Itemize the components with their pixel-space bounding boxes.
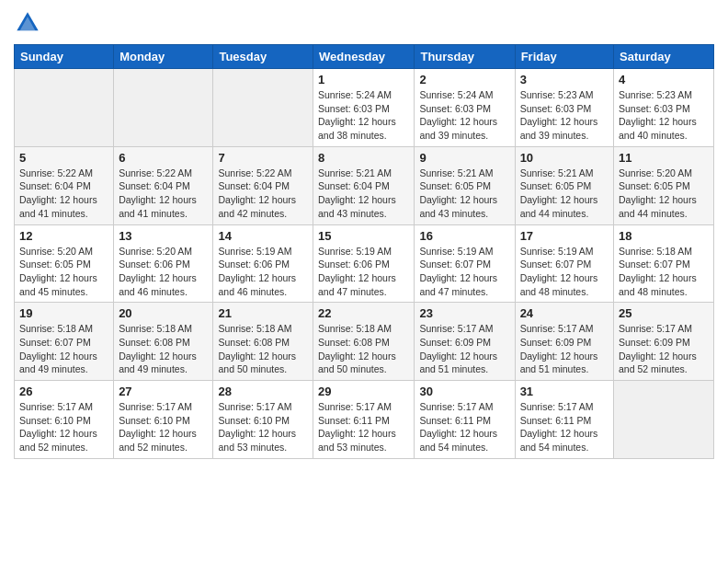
day-info: Sunrise: 5:20 AM Sunset: 6:05 PM Dayligh… bbox=[19, 245, 108, 299]
day-info: Sunrise: 5:24 AM Sunset: 6:03 PM Dayligh… bbox=[318, 88, 409, 143]
calendar-cell: 14Sunrise: 5:19 AM Sunset: 6:06 PM Dayli… bbox=[213, 224, 313, 303]
day-number: 26 bbox=[19, 385, 108, 398]
day-number: 18 bbox=[619, 229, 709, 243]
day-number: 21 bbox=[218, 306, 308, 320]
calendar-cell: 10Sunrise: 5:21 AM Sunset: 6:05 PM Dayli… bbox=[515, 146, 613, 224]
day-info: Sunrise: 5:17 AM Sunset: 6:09 PM Dayligh… bbox=[419, 322, 509, 376]
calendar-cell bbox=[213, 69, 313, 147]
logo-icon bbox=[14, 9, 41, 37]
calendar-week-3: 12Sunrise: 5:20 AM Sunset: 6:05 PM Dayli… bbox=[15, 224, 714, 303]
day-number: 24 bbox=[520, 306, 609, 320]
day-number: 16 bbox=[419, 229, 509, 243]
day-number: 25 bbox=[619, 306, 709, 320]
weekday-header-row: SundayMondayTuesdayWednesdayThursdayFrid… bbox=[15, 45, 714, 69]
calendar-cell: 28Sunrise: 5:17 AM Sunset: 6:10 PM Dayli… bbox=[213, 381, 313, 459]
calendar-cell: 12Sunrise: 5:20 AM Sunset: 6:05 PM Dayli… bbox=[15, 224, 114, 303]
day-info: Sunrise: 5:18 AM Sunset: 6:07 PM Dayligh… bbox=[19, 322, 108, 376]
day-number: 27 bbox=[119, 385, 208, 398]
calendar-cell: 25Sunrise: 5:17 AM Sunset: 6:09 PM Dayli… bbox=[614, 303, 714, 381]
day-number: 23 bbox=[419, 306, 509, 320]
calendar-week-2: 5Sunrise: 5:22 AM Sunset: 6:04 PM Daylig… bbox=[15, 146, 714, 224]
calendar-cell: 16Sunrise: 5:19 AM Sunset: 6:07 PM Dayli… bbox=[415, 224, 515, 303]
day-info: Sunrise: 5:17 AM Sunset: 6:10 PM Dayligh… bbox=[218, 400, 308, 454]
calendar-cell: 1Sunrise: 5:24 AM Sunset: 6:03 PM Daylig… bbox=[313, 69, 415, 147]
day-number: 17 bbox=[520, 229, 609, 243]
day-info: Sunrise: 5:17 AM Sunset: 6:11 PM Dayligh… bbox=[520, 400, 609, 454]
day-info: Sunrise: 5:22 AM Sunset: 6:04 PM Dayligh… bbox=[19, 167, 108, 221]
calendar-cell bbox=[15, 69, 114, 147]
day-number: 2 bbox=[419, 73, 509, 86]
day-info: Sunrise: 5:17 AM Sunset: 6:09 PM Dayligh… bbox=[619, 322, 709, 376]
calendar-cell: 20Sunrise: 5:18 AM Sunset: 6:08 PM Dayli… bbox=[114, 303, 213, 381]
day-number: 6 bbox=[119, 151, 208, 165]
calendar-cell: 5Sunrise: 5:22 AM Sunset: 6:04 PM Daylig… bbox=[15, 146, 114, 224]
calendar-cell: 15Sunrise: 5:19 AM Sunset: 6:06 PM Dayli… bbox=[313, 224, 415, 303]
day-info: Sunrise: 5:23 AM Sunset: 6:03 PM Dayligh… bbox=[619, 88, 709, 143]
day-info: Sunrise: 5:24 AM Sunset: 6:03 PM Dayligh… bbox=[419, 88, 509, 143]
weekday-header-wednesday: Wednesday bbox=[313, 45, 415, 69]
day-info: Sunrise: 5:19 AM Sunset: 6:06 PM Dayligh… bbox=[218, 245, 308, 299]
calendar-cell: 27Sunrise: 5:17 AM Sunset: 6:10 PM Dayli… bbox=[114, 381, 213, 459]
weekday-header-friday: Friday bbox=[515, 45, 613, 69]
day-info: Sunrise: 5:19 AM Sunset: 6:07 PM Dayligh… bbox=[419, 245, 509, 299]
day-number: 12 bbox=[19, 229, 108, 243]
day-info: Sunrise: 5:18 AM Sunset: 6:08 PM Dayligh… bbox=[218, 322, 308, 376]
day-number: 1 bbox=[318, 73, 409, 86]
weekday-header-saturday: Saturday bbox=[614, 45, 714, 69]
calendar-cell: 31Sunrise: 5:17 AM Sunset: 6:11 PM Dayli… bbox=[515, 381, 613, 459]
calendar-cell: 18Sunrise: 5:18 AM Sunset: 6:07 PM Dayli… bbox=[614, 224, 714, 303]
day-info: Sunrise: 5:22 AM Sunset: 6:04 PM Dayligh… bbox=[218, 167, 308, 221]
day-info: Sunrise: 5:19 AM Sunset: 6:06 PM Dayligh… bbox=[318, 245, 409, 299]
day-number: 10 bbox=[520, 151, 609, 165]
day-info: Sunrise: 5:18 AM Sunset: 6:07 PM Dayligh… bbox=[619, 245, 709, 299]
calendar-week-5: 26Sunrise: 5:17 AM Sunset: 6:10 PM Dayli… bbox=[15, 381, 714, 459]
weekday-header-tuesday: Tuesday bbox=[213, 45, 313, 69]
day-number: 13 bbox=[119, 229, 208, 243]
day-info: Sunrise: 5:18 AM Sunset: 6:08 PM Dayligh… bbox=[318, 322, 409, 376]
calendar-cell: 17Sunrise: 5:19 AM Sunset: 6:07 PM Dayli… bbox=[515, 224, 613, 303]
day-info: Sunrise: 5:20 AM Sunset: 6:05 PM Dayligh… bbox=[619, 167, 709, 221]
day-number: 28 bbox=[218, 385, 308, 398]
day-number: 5 bbox=[19, 151, 108, 165]
calendar-cell bbox=[614, 381, 714, 459]
day-number: 20 bbox=[119, 306, 208, 320]
day-number: 19 bbox=[19, 306, 108, 320]
calendar-cell: 29Sunrise: 5:17 AM Sunset: 6:11 PM Dayli… bbox=[313, 381, 415, 459]
weekday-header-monday: Monday bbox=[114, 45, 213, 69]
day-number: 31 bbox=[520, 385, 609, 398]
day-info: Sunrise: 5:21 AM Sunset: 6:04 PM Dayligh… bbox=[318, 167, 409, 221]
header bbox=[14, 9, 714, 37]
day-number: 3 bbox=[520, 73, 609, 86]
weekday-header-sunday: Sunday bbox=[15, 45, 114, 69]
page: SundayMondayTuesdayWednesdayThursdayFrid… bbox=[0, 0, 728, 563]
calendar-week-4: 19Sunrise: 5:18 AM Sunset: 6:07 PM Dayli… bbox=[15, 303, 714, 381]
calendar-cell: 11Sunrise: 5:20 AM Sunset: 6:05 PM Dayli… bbox=[614, 146, 714, 224]
day-info: Sunrise: 5:18 AM Sunset: 6:08 PM Dayligh… bbox=[119, 322, 208, 376]
day-number: 11 bbox=[619, 151, 709, 165]
calendar-cell: 4Sunrise: 5:23 AM Sunset: 6:03 PM Daylig… bbox=[614, 69, 714, 147]
day-info: Sunrise: 5:21 AM Sunset: 6:05 PM Dayligh… bbox=[520, 167, 609, 221]
calendar-cell: 30Sunrise: 5:17 AM Sunset: 6:11 PM Dayli… bbox=[415, 381, 515, 459]
day-info: Sunrise: 5:21 AM Sunset: 6:05 PM Dayligh… bbox=[419, 167, 509, 221]
day-number: 22 bbox=[318, 306, 409, 320]
calendar-cell: 24Sunrise: 5:17 AM Sunset: 6:09 PM Dayli… bbox=[515, 303, 613, 381]
weekday-header-thursday: Thursday bbox=[415, 45, 515, 69]
day-info: Sunrise: 5:17 AM Sunset: 6:10 PM Dayligh… bbox=[19, 400, 108, 454]
calendar-cell: 9Sunrise: 5:21 AM Sunset: 6:05 PM Daylig… bbox=[415, 146, 515, 224]
logo bbox=[14, 9, 45, 37]
day-number: 4 bbox=[619, 73, 709, 86]
day-info: Sunrise: 5:23 AM Sunset: 6:03 PM Dayligh… bbox=[520, 88, 609, 143]
calendar-week-1: 1Sunrise: 5:24 AM Sunset: 6:03 PM Daylig… bbox=[15, 69, 714, 147]
day-number: 7 bbox=[218, 151, 308, 165]
calendar-cell: 22Sunrise: 5:18 AM Sunset: 6:08 PM Dayli… bbox=[313, 303, 415, 381]
calendar-cell: 21Sunrise: 5:18 AM Sunset: 6:08 PM Dayli… bbox=[213, 303, 313, 381]
day-info: Sunrise: 5:19 AM Sunset: 6:07 PM Dayligh… bbox=[520, 245, 609, 299]
day-info: Sunrise: 5:17 AM Sunset: 6:09 PM Dayligh… bbox=[520, 322, 609, 376]
day-number: 15 bbox=[318, 229, 409, 243]
calendar-cell: 23Sunrise: 5:17 AM Sunset: 6:09 PM Dayli… bbox=[415, 303, 515, 381]
calendar-table: SundayMondayTuesdayWednesdayThursdayFrid… bbox=[14, 44, 714, 459]
calendar-cell: 6Sunrise: 5:22 AM Sunset: 6:04 PM Daylig… bbox=[114, 146, 213, 224]
calendar-cell bbox=[114, 69, 213, 147]
calendar-cell: 8Sunrise: 5:21 AM Sunset: 6:04 PM Daylig… bbox=[313, 146, 415, 224]
day-number: 29 bbox=[318, 385, 409, 398]
